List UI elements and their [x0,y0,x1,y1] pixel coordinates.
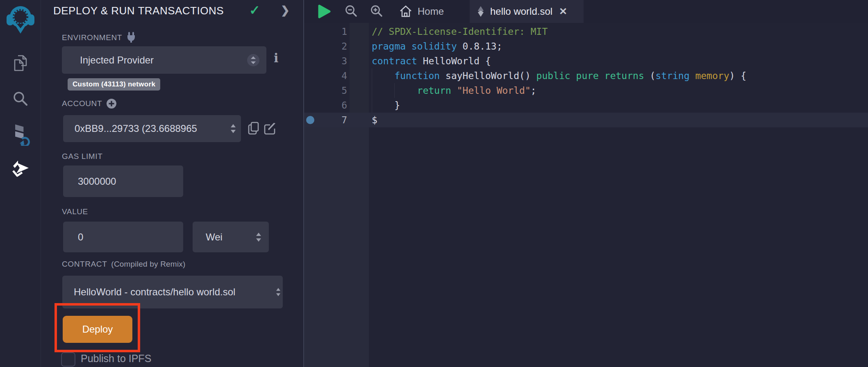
account-label: ACCOUNT [62,98,117,109]
publish-ipfs-checkbox[interactable] [61,352,75,367]
remix-logo[interactable] [6,2,35,32]
code-line-3[interactable]: 3contract HelloWorld { [304,54,868,68]
code-line-4[interactable]: 4 function sayHelloWorld() public pure r… [304,68,868,83]
code-text: $ [372,113,377,127]
edit-account-icon[interactable] [263,121,277,135]
search-icon[interactable] [11,88,30,111]
environment-label-text: ENVIRONMENT [62,33,122,42]
code-text: contract HelloWorld { [372,54,491,68]
zoom-out-icon[interactable] [344,5,358,18]
deploy-button[interactable]: Deploy [63,316,132,343]
value-input[interactable]: 0 [63,222,183,252]
editor-tabbar: Home hello world.sol ✕ [304,0,868,23]
value-label: VALUE [62,207,88,216]
environment-value: Injected Provider [80,54,154,66]
zoom-in-icon[interactable] [370,5,384,18]
code-line-2[interactable]: 2pragma solidity 0.8.13; [304,39,868,54]
publish-ipfs-label: Publish to IPFS [81,353,151,365]
code-line-6[interactable]: 6 } [304,98,868,113]
tab-hello-world-sol[interactable]: hello world.sol ✕ [470,0,584,23]
line-number: 3 [304,54,347,68]
line-number: 1 [304,24,347,39]
deploy-run-icon[interactable] [11,157,30,180]
tab-home[interactable]: Home [395,0,448,23]
value-amount: 0 [78,231,83,243]
tab-home-label: Home [418,6,444,17]
account-label-text: ACCOUNT [62,99,102,108]
environment-label: ENVIRONMENT [62,32,136,43]
contract-label: CONTRACT (Compiled by Remix) [62,260,186,269]
chevron-right-icon[interactable]: ❯ [281,0,290,20]
plug-icon [126,32,136,43]
info-icon[interactable]: i [274,51,278,65]
close-tab-icon[interactable]: ✕ [559,6,567,17]
account-stepper-icon [229,122,237,135]
solidity-file-icon [476,5,485,18]
copy-account-icon[interactable] [247,121,261,135]
gas-limit-value: 3000000 [78,176,116,187]
gas-limit-label: GAS LIMIT [62,152,102,161]
contract-stepper-icon [275,287,281,297]
gutter-below-content [304,127,369,367]
panel-title: DEPLOY & RUN TRANSACTIONS [53,0,224,21]
line-number: 4 [304,68,347,83]
code-text: function sayHelloWorld() public pure ret… [372,68,746,83]
value-unit: Wei [206,231,223,243]
code-text: // SPDX-License-Identifier: MIT [372,24,548,39]
account-select[interactable]: 0xBB9...29733 (23.6688965 [63,115,241,142]
contract-sublabel: (Compiled by Remix) [111,260,185,269]
run-script-icon[interactable] [317,5,331,18]
contract-value: HelloWorld - contracts/hello world.sol [74,286,273,298]
network-badge: Custom (43113) network [68,78,160,91]
line-number: 5 [304,83,347,98]
tab-file-label: hello world.sol [490,6,552,17]
code-text: } [372,98,400,113]
solidity-compiler-icon[interactable] [11,122,30,145]
remix-app: DEPLOY & RUN TRANSACTIONS ✓ ❯ ENVIRONMEN… [0,0,868,367]
line-number: 6 [304,98,347,113]
unit-stepper-icon [255,231,262,243]
plus-circle-icon[interactable] [106,98,117,109]
code-line-7[interactable]: 7$ [304,113,868,127]
check-icon: ✓ [249,0,260,20]
file-explorer-icon[interactable] [11,52,30,75]
value-label-text: VALUE [62,207,88,216]
deploy-run-panel: DEPLOY & RUN TRANSACTIONS ✓ ❯ ENVIRONMEN… [41,0,303,367]
gas-limit-label-text: GAS LIMIT [62,152,102,161]
code-line-1[interactable]: 1// SPDX-License-Identifier: MIT [304,24,868,39]
line-number: 2 [304,39,347,54]
home-icon [399,5,412,18]
code-text: return "Hello World"; [372,83,536,98]
code-lines[interactable]: 1// SPDX-License-Identifier: MIT2pragma … [304,24,868,127]
contract-label-text: CONTRACT [62,260,107,269]
account-value: 0xBB9...29733 (23.6688965 [75,123,226,134]
panel-header: DEPLOY & RUN TRANSACTIONS ✓ ❯ [41,0,303,23]
code-editor[interactable]: 1// SPDX-License-Identifier: MIT2pragma … [304,23,868,367]
editor-pane: Home hello world.sol ✕ 1// SPDX-License-… [303,0,868,367]
activity-bar [0,0,41,367]
select-stepper-icon [247,54,260,67]
environment-select[interactable]: Injected Provider [62,46,266,74]
code-text: pragma solidity 0.8.13; [372,39,502,54]
line-number: 7 [304,113,347,127]
code-line-5[interactable]: 5 return "Hello World"; [304,83,868,98]
gas-limit-input[interactable]: 3000000 [63,165,183,197]
value-unit-select[interactable]: Wei [193,222,269,252]
